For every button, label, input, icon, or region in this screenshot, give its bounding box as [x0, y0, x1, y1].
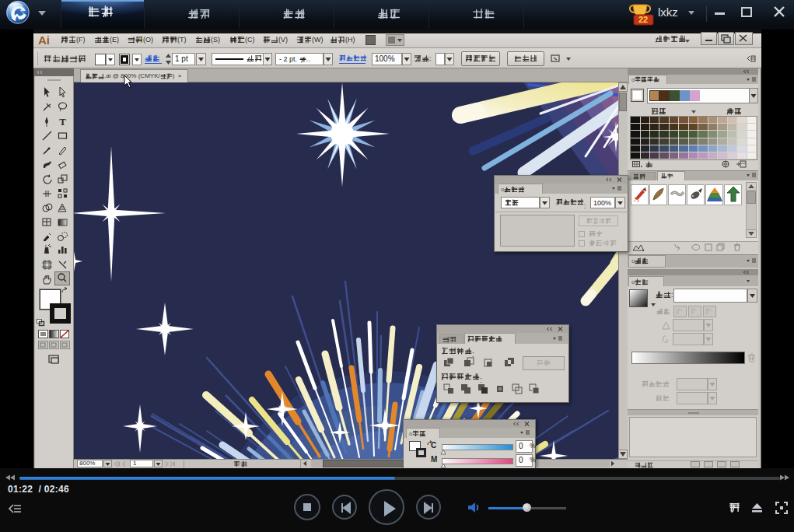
svg-text:22: 22 — [638, 15, 648, 24]
svg-text:T: T — [59, 116, 66, 128]
